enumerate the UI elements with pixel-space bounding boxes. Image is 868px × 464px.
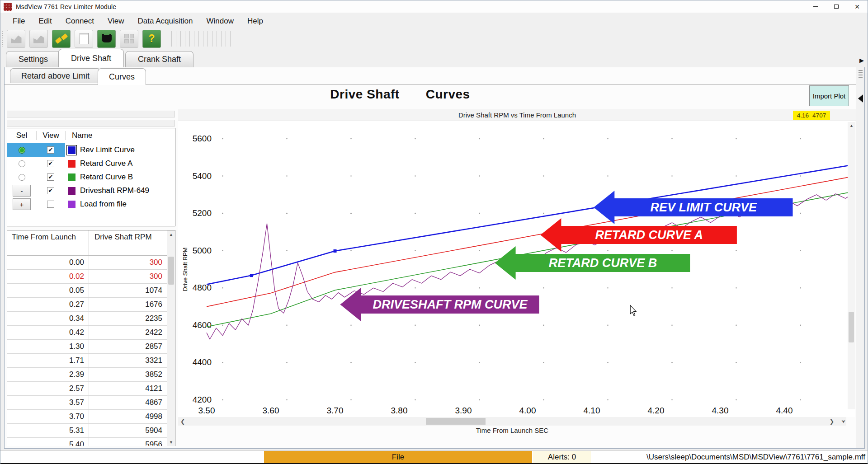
curve-select-radio[interactable] bbox=[19, 147, 25, 154]
data-grid-button[interactable] bbox=[120, 30, 138, 48]
tab-settings[interactable]: Settings bbox=[6, 51, 61, 67]
collapse-left-icon[interactable] bbox=[858, 94, 863, 103]
table-row[interactable]: 1.713321 bbox=[7, 354, 167, 368]
minimize-button[interactable] bbox=[805, 0, 826, 13]
time-from-launch-cell[interactable]: 0.00 bbox=[7, 258, 89, 267]
curve-name-cell[interactable]: Load from file bbox=[65, 200, 175, 209]
curve-list-row[interactable]: +Load from file bbox=[7, 197, 175, 211]
table-row[interactable]: 1.302857 bbox=[7, 340, 167, 354]
table-row[interactable]: 3.704998 bbox=[7, 410, 167, 424]
curve-list-row[interactable]: ✔Rev Limit Curve bbox=[7, 143, 175, 157]
curve-visible-checkbox[interactable]: ✔ bbox=[47, 146, 54, 154]
tab-curves[interactable]: Curves bbox=[98, 68, 146, 85]
plot-scroll-right-icon[interactable]: ❯ bbox=[827, 418, 836, 425]
curve-select-cell[interactable] bbox=[7, 170, 36, 184]
remove-curve-button[interactable]: - bbox=[13, 185, 31, 197]
time-from-launch-cell[interactable]: 1.71 bbox=[7, 356, 89, 365]
drive-shaft-rpm-cell[interactable]: 3321 bbox=[89, 354, 167, 367]
curve-color-swatch[interactable] bbox=[68, 173, 75, 181]
time-from-launch-cell[interactable]: 0.27 bbox=[7, 300, 89, 309]
time-from-launch-cell[interactable]: 0.02 bbox=[7, 272, 89, 281]
curve-color-swatch[interactable] bbox=[68, 160, 75, 168]
help-button[interactable]: ? bbox=[142, 30, 161, 48]
open-plot-button[interactable] bbox=[7, 30, 25, 48]
time-from-launch-cell[interactable]: 5.40 bbox=[7, 440, 89, 446]
curve-visible-checkbox[interactable]: ✔ bbox=[47, 173, 54, 181]
drive-shaft-rpm-cell[interactable]: 1074 bbox=[89, 284, 167, 297]
time-from-launch-cell[interactable]: 0.34 bbox=[7, 314, 89, 323]
tab-scroll-right-icon[interactable]: ▶ bbox=[859, 57, 864, 64]
time-from-launch-cell[interactable]: 1.30 bbox=[7, 342, 89, 351]
plot-vertical-scrollbar[interactable]: ▲ bbox=[848, 122, 855, 409]
curve-color-swatch[interactable] bbox=[68, 187, 75, 195]
curve-select-cell[interactable]: - bbox=[7, 184, 36, 197]
table-row[interactable]: 0.422422 bbox=[7, 326, 167, 340]
save-plot-button[interactable] bbox=[29, 30, 48, 48]
scroll-up-icon[interactable]: ▲ bbox=[167, 230, 175, 238]
menu-view[interactable]: View bbox=[101, 15, 131, 28]
table-row[interactable]: 0.02300 bbox=[7, 270, 167, 284]
plot-scroll-up-icon[interactable]: ▲ bbox=[848, 122, 855, 129]
time-from-launch-cell[interactable]: 2.57 bbox=[7, 384, 89, 393]
drive-shaft-rpm-cell[interactable]: 3852 bbox=[89, 368, 167, 381]
curve-retard-curve-a[interactable] bbox=[207, 176, 855, 307]
curve-visible-checkbox[interactable]: ✔ bbox=[47, 187, 54, 194]
table-row[interactable]: 5.315904 bbox=[7, 424, 167, 438]
time-from-launch-cell[interactable]: 5.31 bbox=[7, 426, 89, 435]
table-row[interactable]: 0.00300 bbox=[7, 256, 167, 270]
program-device-button[interactable] bbox=[97, 30, 116, 48]
drive-shaft-rpm-cell[interactable]: 2422 bbox=[89, 326, 167, 339]
curve-color-swatch[interactable] bbox=[68, 201, 75, 208]
status-file-segment[interactable]: File bbox=[264, 451, 532, 463]
drive-shaft-rpm-cell[interactable]: 300 bbox=[89, 270, 167, 283]
menu-file[interactable]: File bbox=[6, 15, 32, 28]
time-from-launch-cell[interactable]: 2.39 bbox=[7, 370, 89, 379]
table-row[interactable]: 3.574867 bbox=[7, 396, 167, 410]
maximize-button[interactable] bbox=[826, 0, 847, 13]
menu-connect[interactable]: Connect bbox=[59, 15, 101, 28]
time-from-launch-cell[interactable]: 0.42 bbox=[7, 328, 89, 337]
table-row[interactable]: 2.574121 bbox=[7, 382, 167, 396]
drive-shaft-rpm-cell[interactable]: 4867 bbox=[89, 396, 167, 409]
plot-hscroll-thumb[interactable] bbox=[426, 418, 486, 425]
add-curve-button[interactable]: + bbox=[13, 198, 31, 210]
menu-data-acquisition[interactable]: Data Acquisition bbox=[131, 15, 200, 28]
close-button[interactable]: ✕ bbox=[847, 0, 868, 13]
table-row[interactable]: 0.051074 bbox=[7, 284, 167, 298]
menu-window[interactable]: Window bbox=[199, 15, 240, 28]
curve-name-cell[interactable]: Retard Curve A bbox=[65, 159, 175, 168]
plot-scroll-down-icon[interactable]: ⮟ bbox=[842, 419, 846, 424]
curve-visible-checkbox[interactable]: ✔ bbox=[47, 160, 54, 167]
curve-color-swatch[interactable] bbox=[68, 146, 75, 154]
drive-shaft-rpm-cell[interactable]: 300 bbox=[89, 256, 167, 269]
table-scrollbar[interactable]: ▲ ▼ bbox=[167, 230, 175, 446]
curve-select-cell[interactable] bbox=[7, 157, 36, 170]
time-from-launch-cell[interactable]: 0.05 bbox=[7, 286, 89, 295]
menu-help[interactable]: Help bbox=[241, 15, 270, 28]
table-row[interactable]: 0.271676 bbox=[7, 298, 167, 312]
connect-button[interactable] bbox=[52, 30, 71, 48]
plot-scroll-left-icon[interactable]: ❮ bbox=[178, 418, 187, 425]
table-row[interactable]: 2.393852 bbox=[7, 368, 167, 382]
curve-list-row[interactable]: ✔Retard Curve A bbox=[7, 157, 175, 170]
import-plot-button[interactable]: Import Plot bbox=[809, 85, 849, 106]
drive-shaft-rpm-cell[interactable]: 4121 bbox=[89, 382, 167, 395]
drive-shaft-rpm-cell[interactable]: 5904 bbox=[89, 424, 167, 437]
plot-horizontal-scrollbar[interactable]: ❮ ❯ ⮟ bbox=[178, 417, 846, 426]
curve-point-marker[interactable] bbox=[250, 274, 253, 277]
curve-name-cell[interactable]: Retard Curve B bbox=[65, 173, 175, 182]
curve-list-row[interactable]: ✔Retard Curve B bbox=[7, 170, 175, 184]
curve-list-row[interactable]: -✔Driveshaft RPM-649 bbox=[7, 184, 175, 197]
drive-shaft-rpm-cell[interactable]: 2857 bbox=[89, 340, 167, 353]
drive-shaft-rpm-cell[interactable]: 1676 bbox=[89, 298, 167, 311]
table-scroll-thumb[interactable] bbox=[168, 257, 174, 285]
menu-edit[interactable]: Edit bbox=[32, 15, 58, 28]
drive-shaft-rpm-cell[interactable]: 2235 bbox=[89, 312, 167, 325]
time-from-launch-cell[interactable]: 3.57 bbox=[7, 398, 89, 407]
curve-select-radio[interactable] bbox=[19, 160, 25, 167]
tab-crank-shaft[interactable]: Crank Shaft bbox=[125, 51, 193, 67]
scroll-down-icon[interactable]: ▼ bbox=[167, 438, 175, 446]
new-file-button[interactable] bbox=[75, 30, 93, 48]
curve-visible-checkbox[interactable] bbox=[47, 201, 54, 208]
time-from-launch-cell[interactable]: 3.70 bbox=[7, 412, 89, 421]
